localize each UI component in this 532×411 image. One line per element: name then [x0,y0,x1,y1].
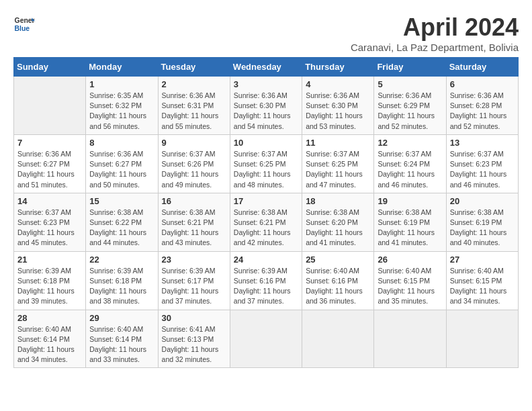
calendar-cell: 29Sunrise: 6:40 AMSunset: 6:14 PMDayligh… [86,310,158,368]
day-number: 30 [162,313,226,323]
day-info: Sunrise: 6:38 AMSunset: 6:21 PMDaylight:… [234,208,298,248]
day-info: Sunrise: 6:39 AMSunset: 6:18 PMDaylight:… [17,266,82,307]
title-block: April 2024 Caranavi, La Paz Department, … [351,13,519,53]
calendar-week-row: 1Sunrise: 6:35 AMSunset: 6:32 PMDaylight… [14,77,519,135]
day-number: 14 [17,196,82,206]
day-number: 17 [234,196,298,206]
calendar-cell: 16Sunrise: 6:38 AMSunset: 6:21 PMDayligh… [158,193,230,251]
weekday-header-saturday: Saturday [446,58,518,77]
day-info: Sunrise: 6:37 AMSunset: 6:26 PMDaylight:… [162,149,226,190]
day-number: 11 [306,138,370,148]
day-number: 22 [89,255,154,265]
day-info: Sunrise: 6:36 AMSunset: 6:27 PMDaylight:… [17,149,82,190]
day-info: Sunrise: 6:39 AMSunset: 6:16 PMDaylight:… [234,266,298,307]
calendar-cell: 25Sunrise: 6:40 AMSunset: 6:16 PMDayligh… [302,251,374,310]
day-number: 23 [162,255,226,265]
calendar-cell: 8Sunrise: 6:36 AMSunset: 6:27 PMDaylight… [86,134,158,193]
calendar-cell: 4Sunrise: 6:36 AMSunset: 6:30 PMDaylight… [302,77,374,135]
day-number: 21 [17,255,82,265]
calendar-cell [374,310,446,368]
day-info: Sunrise: 6:36 AMSunset: 6:27 PMDaylight:… [89,149,154,190]
day-number: 8 [89,138,154,148]
day-number: 19 [378,196,442,206]
day-info: Sunrise: 6:37 AMSunset: 6:25 PMDaylight:… [234,149,298,190]
day-number: 10 [234,138,298,148]
calendar-cell: 26Sunrise: 6:40 AMSunset: 6:15 PMDayligh… [374,251,446,310]
day-number: 28 [17,313,82,323]
calendar-cell [14,77,86,135]
calendar-cell: 14Sunrise: 6:37 AMSunset: 6:23 PMDayligh… [14,193,86,251]
day-number: 4 [306,79,370,89]
day-info: Sunrise: 6:38 AMSunset: 6:19 PMDaylight:… [378,208,442,248]
day-number: 7 [17,138,82,148]
calendar-cell: 28Sunrise: 6:40 AMSunset: 6:14 PMDayligh… [14,310,86,368]
calendar-cell: 24Sunrise: 6:39 AMSunset: 6:16 PMDayligh… [230,251,302,310]
calendar-cell [302,310,374,368]
day-number: 9 [162,138,226,148]
day-number: 29 [89,313,154,323]
month-title: April 2024 [351,13,519,42]
day-info: Sunrise: 6:36 AMSunset: 6:30 PMDaylight:… [306,91,370,132]
day-info: Sunrise: 6:38 AMSunset: 6:22 PMDaylight:… [89,208,154,248]
calendar-cell: 27Sunrise: 6:40 AMSunset: 6:15 PMDayligh… [446,251,518,310]
calendar-cell [446,310,518,368]
day-number: 25 [306,255,370,265]
day-number: 27 [450,255,515,265]
day-number: 26 [378,255,442,265]
day-number: 13 [450,138,515,148]
calendar-cell: 13Sunrise: 6:37 AMSunset: 6:23 PMDayligh… [446,134,518,193]
day-number: 18 [306,196,370,206]
day-number: 16 [162,196,226,206]
day-info: Sunrise: 6:37 AMSunset: 6:24 PMDaylight:… [378,149,442,190]
day-info: Sunrise: 6:37 AMSunset: 6:23 PMDaylight:… [17,208,82,248]
calendar-cell: 17Sunrise: 6:38 AMSunset: 6:21 PMDayligh… [230,193,302,251]
calendar-cell: 19Sunrise: 6:38 AMSunset: 6:19 PMDayligh… [374,193,446,251]
weekday-header-sunday: Sunday [14,58,86,77]
day-number: 6 [450,79,515,89]
calendar-cell: 15Sunrise: 6:38 AMSunset: 6:22 PMDayligh… [86,193,158,251]
day-info: Sunrise: 6:37 AMSunset: 6:23 PMDaylight:… [450,149,515,190]
day-info: Sunrise: 6:40 AMSunset: 6:15 PMDaylight:… [378,266,442,307]
weekday-header-thursday: Thursday [302,58,374,77]
day-number: 1 [89,79,154,89]
calendar-cell: 5Sunrise: 6:36 AMSunset: 6:29 PMDaylight… [374,77,446,135]
logo: General Blue [13,13,35,35]
calendar-week-row: 28Sunrise: 6:40 AMSunset: 6:14 PMDayligh… [14,310,519,368]
calendar-cell: 1Sunrise: 6:35 AMSunset: 6:32 PMDaylight… [86,77,158,135]
day-info: Sunrise: 6:39 AMSunset: 6:18 PMDaylight:… [89,266,154,307]
day-info: Sunrise: 6:40 AMSunset: 6:16 PMDaylight:… [306,266,370,307]
day-number: 5 [378,79,442,89]
calendar-cell: 18Sunrise: 6:38 AMSunset: 6:20 PMDayligh… [302,193,374,251]
day-number: 12 [378,138,442,148]
day-info: Sunrise: 6:38 AMSunset: 6:21 PMDaylight:… [162,208,226,248]
calendar-cell: 6Sunrise: 6:36 AMSunset: 6:28 PMDaylight… [446,77,518,135]
day-info: Sunrise: 6:40 AMSunset: 6:14 PMDaylight:… [17,324,82,365]
day-info: Sunrise: 6:36 AMSunset: 6:30 PMDaylight:… [234,91,298,132]
day-number: 3 [234,79,298,89]
calendar-cell: 2Sunrise: 6:36 AMSunset: 6:31 PMDaylight… [158,77,230,135]
day-info: Sunrise: 6:39 AMSunset: 6:17 PMDaylight:… [162,266,226,307]
day-number: 15 [89,196,154,206]
calendar-cell: 30Sunrise: 6:41 AMSunset: 6:13 PMDayligh… [158,310,230,368]
general-blue-logo-icon: General Blue [13,13,35,35]
day-info: Sunrise: 6:36 AMSunset: 6:31 PMDaylight:… [162,91,226,132]
weekday-header-tuesday: Tuesday [158,58,230,77]
weekday-header-friday: Friday [374,58,446,77]
calendar-week-row: 21Sunrise: 6:39 AMSunset: 6:18 PMDayligh… [14,251,519,310]
day-info: Sunrise: 6:36 AMSunset: 6:28 PMDaylight:… [450,91,515,132]
svg-text:Blue: Blue [15,25,30,32]
day-info: Sunrise: 6:38 AMSunset: 6:19 PMDaylight:… [450,208,515,248]
calendar-cell: 11Sunrise: 6:37 AMSunset: 6:25 PMDayligh… [302,134,374,193]
location-subtitle: Caranavi, La Paz Department, Bolivia [351,42,519,53]
calendar-cell: 23Sunrise: 6:39 AMSunset: 6:17 PMDayligh… [158,251,230,310]
calendar-cell: 7Sunrise: 6:36 AMSunset: 6:27 PMDaylight… [14,134,86,193]
day-info: Sunrise: 6:35 AMSunset: 6:32 PMDaylight:… [89,91,154,132]
calendar-week-row: 14Sunrise: 6:37 AMSunset: 6:23 PMDayligh… [14,193,519,251]
day-number: 24 [234,255,298,265]
day-info: Sunrise: 6:40 AMSunset: 6:14 PMDaylight:… [89,324,154,365]
day-number: 20 [450,196,515,206]
weekday-header-row: SundayMondayTuesdayWednesdayThursdayFrid… [14,58,519,77]
calendar-cell: 3Sunrise: 6:36 AMSunset: 6:30 PMDaylight… [230,77,302,135]
calendar-week-row: 7Sunrise: 6:36 AMSunset: 6:27 PMDaylight… [14,134,519,193]
calendar-cell [230,310,302,368]
